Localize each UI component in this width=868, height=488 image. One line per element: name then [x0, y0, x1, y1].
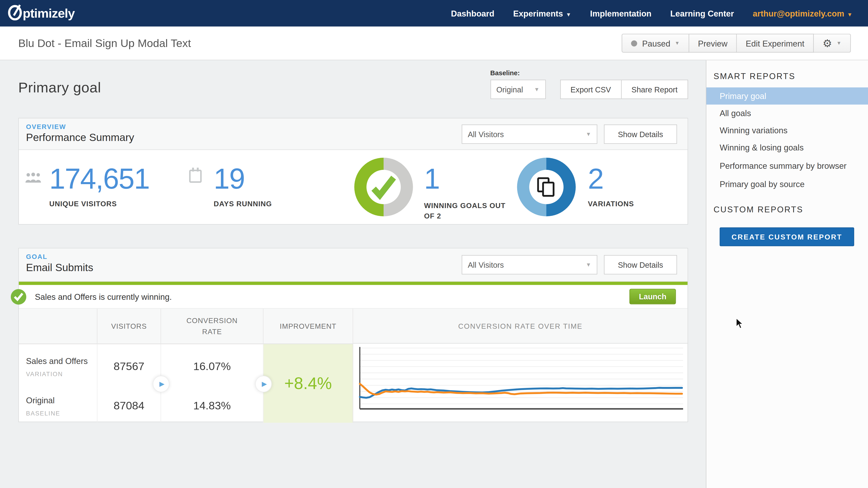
sidebar-item-all-goals[interactable]: All goals [706, 105, 868, 122]
nav-links: Dashboard Experiments▼ Implementation Le… [451, 8, 852, 18]
status-dropdown-button[interactable]: Paused ▼ [622, 34, 689, 53]
paused-status-dot-icon [631, 40, 637, 46]
overview-card-header: OVERVIEW Performance Summary All Visitor… [19, 119, 687, 150]
results-table: VISITORS CONVERSION RATE IMPROVEMENT Sal… [19, 308, 687, 423]
baseline-tag: BASELINE [26, 410, 60, 416]
conversion-chart-panel: CONVERSION RATE OVER TIME [353, 309, 687, 423]
baseline-label: Baseline: [490, 69, 546, 77]
sidebar-item-primary-goal[interactable]: Primary goal [706, 88, 868, 105]
days-running-value: 19 [214, 164, 272, 193]
winning-goals-donut [354, 158, 413, 217]
winning-goals-stat: 1 WINNING GOALS OUT OF 2 [424, 164, 507, 222]
goal-show-details-button[interactable]: Show Details [604, 255, 677, 274]
improvement-column-header: IMPROVEMENT [264, 309, 353, 344]
play-icon: ▶ [159, 380, 164, 388]
optimizely-logo-icon [7, 4, 23, 23]
experiment-titlebar: Blu Dot - Email Sign Up Modal Text Pause… [0, 27, 868, 60]
share-report-button[interactable]: Share Report [621, 80, 688, 99]
content-area: Primary goal Baseline: Original ▼ Export… [0, 60, 868, 488]
check-icon [354, 158, 413, 217]
chevron-down-icon: ▼ [837, 40, 842, 46]
chevron-down-icon: ▼ [534, 86, 539, 92]
baseline-control: Baseline: Original ▼ [490, 69, 546, 99]
baseline-visitors-value: 87084 [97, 389, 161, 423]
goal-card: GOAL Email Submits All Visitors ▼ Show D… [18, 248, 688, 422]
conversion-rate-column-header: CONVERSION RATE [161, 309, 264, 344]
account-menu[interactable]: arthur@optimizely.com▼ [753, 8, 852, 18]
chevron-down-icon: ▼ [586, 262, 591, 268]
table-row-variation-name: Sales and Offers VARIATION [19, 344, 97, 389]
app-window: ptimizely Dashboard Experiments▼ Impleme… [0, 0, 868, 488]
unique-visitors-value: 174,651 [49, 164, 149, 193]
smart-reports-header: SMART REPORTS [706, 60, 868, 88]
overview-header-controls: All Visitors ▼ Show Details [462, 125, 677, 144]
performance-summary-card: OVERVIEW Performance Summary All Visitor… [18, 118, 688, 225]
gear-icon: ⚙ [823, 38, 832, 48]
audience-segment-select[interactable]: All Visitors ▼ [462, 125, 597, 144]
variations-label: VARIATIONS [588, 200, 634, 208]
calendar-icon [189, 168, 202, 185]
preview-button[interactable]: Preview [689, 34, 737, 53]
launch-button[interactable]: Launch [629, 289, 676, 304]
variations-stat: 2 VARIATIONS [588, 164, 634, 208]
improvement-value: +8.4% [264, 344, 353, 423]
winning-message: Sales and Offers is currently winning. [35, 292, 172, 301]
page-title: Primary goal [18, 79, 101, 96]
baseline-conversion-value: 14.83% [161, 389, 264, 423]
chevron-down-icon: ▼ [566, 11, 571, 18]
variation-visitors-value: 87567 [97, 344, 161, 389]
expand-visitors-button[interactable]: ▶ [153, 376, 169, 392]
nav-learning-center[interactable]: Learning Center [670, 8, 734, 18]
chart-title: CONVERSION RATE OVER TIME [353, 309, 687, 344]
play-icon: ▶ [262, 380, 267, 388]
goal-card-header: GOAL Email Submits All Visitors ▼ Show D… [19, 249, 687, 282]
sidebar-item-winning-losing-goals[interactable]: Winning & losing goals [706, 139, 868, 156]
report-controls: Baseline: Original ▼ Export CSV Share Re… [490, 69, 688, 99]
stats-row: 174,651 UNIQUE VISITORS 19 DAYS RUNNING [19, 150, 687, 225]
page-head: Primary goal Baseline: Original ▼ Export… [18, 60, 688, 118]
visitors-column-header: VISITORS [97, 309, 161, 344]
settings-dropdown-button[interactable]: ⚙ ▼ [814, 34, 851, 53]
chevron-down-icon: ▼ [675, 40, 680, 46]
goal-audience-segment-select[interactable]: All Visitors ▼ [462, 255, 597, 274]
chevron-down-icon: ▼ [586, 131, 591, 137]
expand-conversion-button[interactable]: ▶ [255, 376, 272, 392]
nav-experiments[interactable]: Experiments▼ [513, 8, 571, 18]
days-running-stat: 19 DAYS RUNNING [214, 164, 272, 208]
sidebar-item-performance-by-browser[interactable]: Performance summary by browser [706, 156, 868, 175]
create-custom-report-button[interactable]: CREATE CUSTOM REPORT [720, 228, 854, 246]
variations-icon [517, 158, 576, 217]
show-details-button[interactable]: Show Details [604, 125, 677, 144]
variations-donut [517, 158, 576, 217]
titlebar-actions: Paused ▼ Preview Edit Experiment ⚙ ▼ [622, 34, 851, 53]
winning-goals-label: WINNING GOALS OUT OF 2 [424, 201, 507, 222]
people-icon [25, 172, 41, 186]
optimizely-logo[interactable]: ptimizely [7, 4, 75, 23]
winning-banner: Sales and Offers is currently winning. L… [19, 285, 687, 308]
nav-implementation[interactable]: Implementation [590, 8, 651, 18]
main-report-area: Primary goal Baseline: Original ▼ Export… [0, 60, 706, 488]
variations-value: 2 [588, 164, 634, 193]
days-running-label: DAYS RUNNING [214, 200, 272, 208]
custom-reports-header: CUSTOM REPORTS [706, 193, 868, 221]
edit-experiment-button[interactable]: Edit Experiment [737, 34, 814, 53]
variation-tag: VARIATION [26, 370, 63, 377]
top-navbar: ptimizely Dashboard Experiments▼ Impleme… [0, 0, 868, 27]
sidebar-item-primary-goal-by-source[interactable]: Primary goal by source [706, 175, 868, 193]
logo-text: ptimizely [23, 6, 74, 21]
export-csv-button[interactable]: Export CSV [560, 80, 621, 99]
goal-header-controls: All Visitors ▼ Show Details [462, 255, 677, 274]
winning-goals-value: 1 [424, 164, 507, 193]
conversion-chart-svg [359, 347, 684, 423]
table-corner-header [19, 309, 97, 344]
sidebar-item-winning-variations[interactable]: Winning variations [706, 122, 868, 139]
winning-check-icon [11, 289, 27, 307]
export-share-group: Export CSV Share Report [560, 80, 688, 99]
experiment-title: Blu Dot - Email Sign Up Modal Text [18, 37, 191, 50]
nav-dashboard[interactable]: Dashboard [451, 8, 494, 18]
baseline-select[interactable]: Original ▼ [490, 80, 546, 99]
unique-visitors-label: UNIQUE VISITORS [49, 200, 149, 208]
reports-sidebar: SMART REPORTS Primary goal All goals Win… [706, 60, 868, 488]
unique-visitors-stat: 174,651 UNIQUE VISITORS [49, 164, 149, 208]
chevron-down-icon: ▼ [847, 11, 852, 18]
